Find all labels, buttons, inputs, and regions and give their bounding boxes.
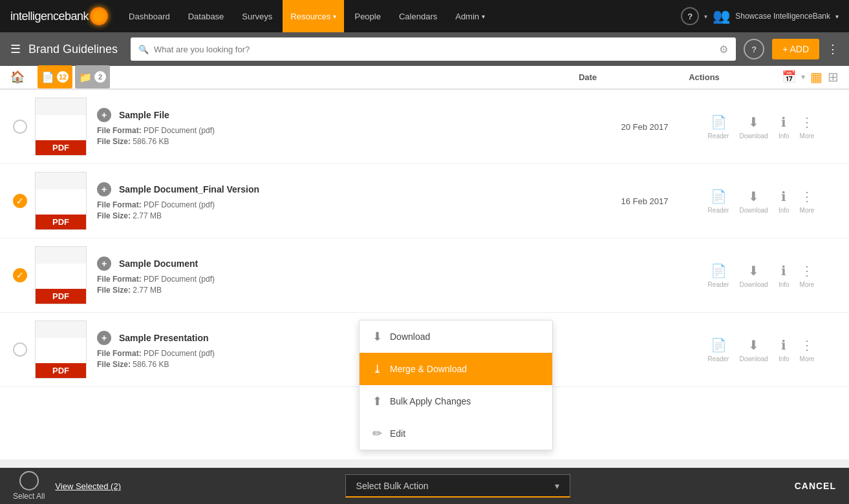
chevron-down-icon: ▾ bbox=[555, 481, 559, 491]
reader-button[interactable]: 📄 Reader bbox=[708, 263, 729, 288]
row-checkbox-4[interactable] bbox=[10, 342, 30, 357]
search-input[interactable] bbox=[154, 45, 714, 54]
info-button[interactable]: ℹ Info bbox=[779, 263, 790, 288]
file-thumbnail: PDF bbox=[35, 246, 87, 304]
date-column-header: Date bbox=[549, 72, 627, 82]
hamburger-icon[interactable]: ☰ bbox=[10, 42, 21, 56]
reader-button[interactable]: 📄 Reader bbox=[708, 114, 729, 140]
logo-sun-icon bbox=[90, 7, 108, 25]
file-icon: 📄 bbox=[41, 71, 54, 83]
bulk-action-select[interactable]: Select Bulk Action ▾ bbox=[345, 474, 571, 498]
checkbox[interactable]: ✓ bbox=[13, 268, 27, 282]
help-button[interactable]: ? bbox=[681, 7, 699, 25]
actions-column-header: Actions bbox=[627, 72, 782, 82]
add-button[interactable]: + ADD bbox=[772, 39, 819, 59]
more-button[interactable]: ⋮ More bbox=[800, 114, 815, 140]
add-to-collection-button[interactable]: + bbox=[97, 108, 111, 122]
view-toggle-area: 📅 ▾ ▦ ⊞ bbox=[782, 69, 839, 85]
select-all-button[interactable] bbox=[19, 471, 39, 490]
grid-view-icon[interactable]: ⊞ bbox=[828, 69, 839, 85]
file-thumbnail: PDF bbox=[35, 172, 87, 230]
reader-button[interactable]: 📄 Reader bbox=[708, 189, 729, 214]
more-button[interactable]: ⋮ More bbox=[800, 337, 815, 362]
file-thumbnail: PDF bbox=[35, 98, 87, 156]
file-name: Sample Presentation bbox=[119, 333, 209, 343]
page-title: Brand Guidelines bbox=[28, 43, 118, 56]
dropdown-item-download[interactable]: ⬇ Download bbox=[360, 320, 552, 353]
file-name: Sample Document_Final Version bbox=[119, 184, 259, 194]
file-actions: 📄 Reader ⬇ Download ℹ Info ⋮ More bbox=[683, 189, 839, 214]
reader-button[interactable]: 📄 Reader bbox=[708, 337, 729, 362]
chevron-down-icon[interactable]: ▾ bbox=[801, 72, 805, 81]
list-view-icon[interactable]: ▦ bbox=[810, 69, 822, 85]
chevron-down-icon: ▾ bbox=[482, 13, 485, 20]
download-button[interactable]: ⬇ Download bbox=[739, 189, 768, 214]
more-icon: ⋮ bbox=[801, 114, 813, 130]
more-icon: ⋮ bbox=[801, 337, 813, 353]
checkbox[interactable]: ✓ bbox=[13, 194, 27, 208]
filter-icon[interactable]: ⚙ bbox=[719, 43, 728, 56]
nav-database[interactable]: Database bbox=[180, 0, 232, 32]
more-button[interactable]: ⋮ More bbox=[800, 263, 815, 288]
file-format: File Format: PDF Document (pdf) bbox=[97, 275, 606, 284]
user-name: Showcase IntelligenceBank bbox=[735, 12, 830, 21]
edit-icon: ✏ bbox=[372, 426, 382, 441]
nav-people[interactable]: People bbox=[347, 0, 388, 32]
row-checkbox-2[interactable]: ✓ bbox=[10, 194, 30, 208]
upload-icon: ⬆ bbox=[372, 394, 382, 408]
dropdown-item-merge-download[interactable]: ⤓ Merge & Download bbox=[360, 353, 552, 385]
info-icon: ℹ bbox=[781, 337, 786, 353]
row-checkbox-3[interactable]: ✓ bbox=[10, 268, 30, 282]
add-to-collection-button[interactable]: + bbox=[97, 331, 111, 345]
top-navigation: intelligencebank Dashboard Database Surv… bbox=[0, 0, 849, 32]
info-button[interactable]: ℹ Info bbox=[779, 337, 790, 362]
info-icon: ℹ bbox=[781, 114, 786, 130]
checkbox[interactable] bbox=[13, 342, 27, 357]
more-options-icon[interactable]: ⋮ bbox=[827, 42, 839, 56]
calendar-view-icon[interactable]: 📅 bbox=[782, 70, 796, 84]
help-circle-button[interactable]: ? bbox=[744, 39, 764, 59]
nav-admin[interactable]: Admin ▾ bbox=[447, 0, 493, 32]
info-button[interactable]: ℹ Info bbox=[779, 114, 790, 140]
folders-tab[interactable]: 📁 2 bbox=[75, 65, 110, 89]
nav-dashboard[interactable]: Dashboard bbox=[121, 0, 178, 32]
files-count-badge: 12 bbox=[57, 71, 69, 83]
file-size: File Size: 2.77 MB bbox=[97, 286, 606, 295]
info-button[interactable]: ℹ Info bbox=[779, 189, 790, 214]
checkbox[interactable] bbox=[13, 120, 27, 134]
file-date: 20 Feb 2017 bbox=[606, 122, 683, 132]
more-button[interactable]: ⋮ More bbox=[800, 189, 815, 214]
nav-calendars[interactable]: Calendars bbox=[391, 0, 445, 32]
download-icon: ⬇ bbox=[748, 337, 759, 353]
home-icon-btn[interactable]: 🏠 bbox=[10, 70, 30, 84]
home-icon: 🏠 bbox=[10, 70, 25, 83]
file-info: + Sample File File Format: PDF Document … bbox=[97, 108, 606, 146]
merge-icon: ⤓ bbox=[372, 362, 382, 376]
logo[interactable]: intelligencebank bbox=[10, 7, 108, 25]
folder-icon: 📁 bbox=[79, 71, 92, 83]
add-to-collection-button[interactable]: + bbox=[97, 182, 111, 196]
download-button[interactable]: ⬇ Download bbox=[739, 114, 768, 140]
select-all-label: Select All bbox=[13, 492, 45, 501]
cancel-button[interactable]: CANCEL bbox=[795, 481, 836, 491]
download-button[interactable]: ⬇ Download bbox=[739, 337, 768, 362]
dropdown-item-bulk-apply[interactable]: ⬆ Bulk Apply Changes bbox=[360, 385, 552, 417]
view-selected-button[interactable]: View Selected (2) bbox=[55, 481, 121, 491]
table-row: ✓ PDF + Sample Document File Format: PDF… bbox=[0, 238, 849, 313]
nav-resources[interactable]: Resources ▾ bbox=[283, 0, 344, 32]
nav-surveys[interactable]: Surveys bbox=[234, 0, 280, 32]
chevron-down-icon: ▾ bbox=[704, 13, 707, 20]
list-header-row: 🏠 📄 12 📁 2 Date Actions 📅 ▾ ▦ ⊞ bbox=[0, 66, 849, 89]
file-actions: 📄 Reader ⬇ Download ℹ Info ⋮ More bbox=[683, 337, 839, 362]
add-to-collection-button[interactable]: + bbox=[97, 257, 111, 271]
download-icon: ⬇ bbox=[748, 114, 759, 130]
row-checkbox-1[interactable] bbox=[10, 120, 30, 134]
more-icon: ⋮ bbox=[801, 189, 813, 204]
reader-icon: 📄 bbox=[711, 189, 727, 204]
download-button[interactable]: ⬇ Download bbox=[739, 263, 768, 288]
files-tab[interactable]: 📄 12 bbox=[38, 65, 72, 89]
dropdown-item-edit[interactable]: ✏ Edit bbox=[360, 417, 552, 450]
logo-text: intelligencebank bbox=[10, 10, 89, 23]
table-row: ✓ PDF + Sample Document_Final Version Fi… bbox=[0, 164, 849, 238]
reader-icon: 📄 bbox=[711, 263, 727, 278]
